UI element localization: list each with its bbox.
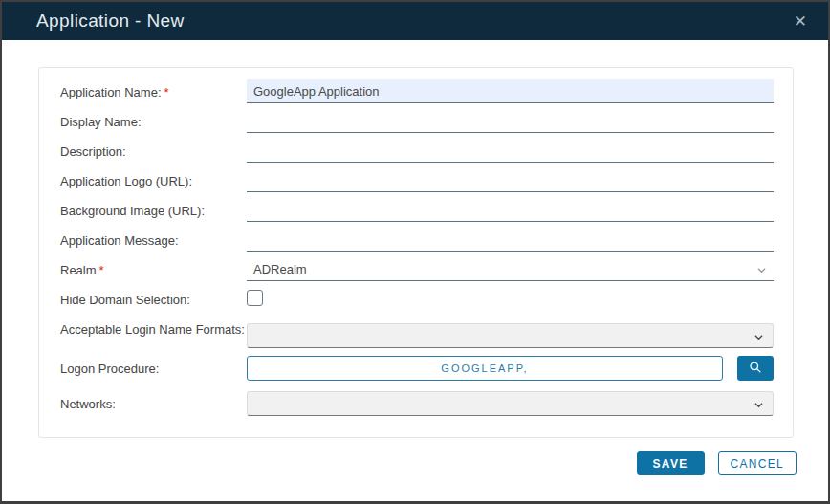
background-image-label: Background Image (URL):	[60, 198, 247, 219]
logon-procedure-search-button[interactable]	[737, 356, 774, 381]
dialog-titlebar: Application - New ✕	[2, 2, 828, 40]
background-image-input[interactable]	[247, 198, 774, 222]
chevron-down-icon	[754, 333, 763, 341]
required-marker: *	[99, 263, 104, 277]
application-new-dialog: Application - New ✕ Application Name:* D…	[0, 0, 830, 504]
realm-select[interactable]: ADRealm	[247, 257, 774, 281]
form-row-application-message: Application Message:	[60, 228, 774, 252]
form-row-description: Description:	[60, 139, 774, 163]
login-formats-label: Acceptable Login Name Formats:	[60, 320, 247, 338]
form-row-display-name: Display Name:	[60, 109, 774, 133]
form-row-hide-domain: Hide Domain Selection:	[60, 287, 774, 310]
hide-domain-label: Hide Domain Selection:	[60, 287, 247, 308]
search-icon	[749, 361, 762, 377]
display-name-input[interactable]	[247, 109, 774, 133]
form-row-background-image: Background Image (URL):	[60, 198, 774, 222]
form-row-realm: Realm* ADRealm	[60, 257, 774, 281]
form-row-login-formats: Acceptable Login Name Formats:	[60, 320, 774, 348]
save-button[interactable]: SAVE	[637, 451, 705, 475]
logon-procedure-input[interactable]	[247, 356, 723, 381]
dialog-body: Application Name:* Display Name: Descrip…	[2, 40, 828, 432]
realm-label: Realm*	[60, 257, 247, 278]
label-text: Application Name:	[60, 85, 162, 99]
application-message-label: Application Message:	[60, 228, 247, 249]
application-logo-input[interactable]	[247, 168, 774, 192]
description-input[interactable]	[247, 139, 774, 163]
networks-select[interactable]	[247, 391, 774, 416]
cancel-button[interactable]: CANCEL	[718, 451, 797, 475]
application-name-input[interactable]	[247, 79, 774, 103]
realm-selected-value: ADRealm	[253, 262, 307, 276]
dialog-footer: SAVE CANCEL	[2, 432, 828, 501]
form-row-logon-procedure: Logon Procedure:	[60, 356, 774, 381]
close-icon[interactable]: ✕	[794, 13, 807, 30]
form-row-networks: Networks:	[60, 391, 774, 416]
description-label: Description:	[60, 139, 247, 160]
networks-label: Networks:	[60, 391, 247, 412]
chevron-down-icon	[754, 401, 763, 409]
application-form-panel: Application Name:* Display Name: Descrip…	[38, 67, 794, 438]
display-name-label: Display Name:	[60, 109, 247, 130]
login-formats-select[interactable]	[247, 323, 774, 348]
hide-domain-checkbox[interactable]	[247, 290, 263, 306]
chevron-down-icon	[757, 266, 766, 274]
application-logo-label: Application Logo (URL):	[60, 168, 247, 189]
label-text: Realm	[60, 263, 97, 277]
required-marker: *	[164, 85, 169, 99]
form-row-application-logo: Application Logo (URL):	[60, 168, 774, 192]
application-name-label: Application Name:*	[60, 79, 247, 100]
application-message-input[interactable]	[247, 228, 774, 252]
form-row-application-name: Application Name:*	[60, 79, 774, 103]
dialog-title: Application - New	[36, 11, 185, 32]
logon-procedure-label: Logon Procedure:	[60, 356, 247, 377]
